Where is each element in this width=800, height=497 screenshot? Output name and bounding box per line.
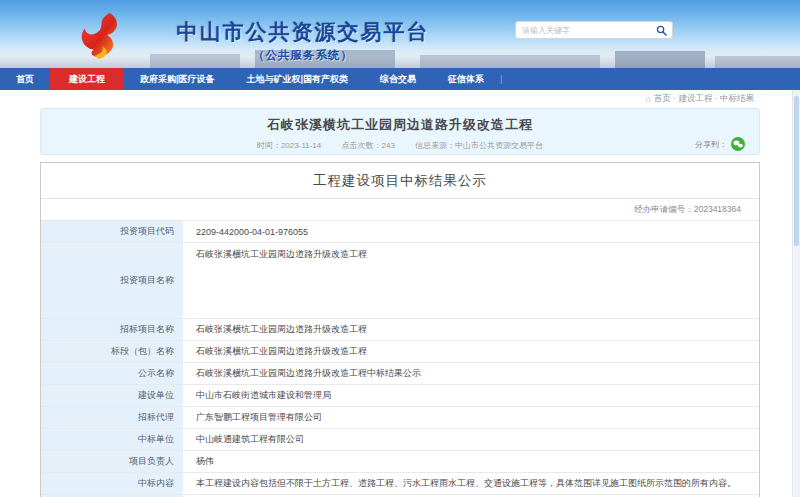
meta-clicks-label: 点击次数： [341, 141, 381, 150]
nav-item-3[interactable]: 政府采购|医疗设备 [124, 68, 231, 90]
field-value: 中山岐通建筑工程有限公司 [183, 429, 759, 451]
nav-item-6[interactable]: 征信体系 [432, 68, 500, 90]
meta-clicks-value: 243 [381, 141, 394, 150]
wechat-share-icon[interactable] [731, 137, 745, 151]
field-label: 公示名称 [41, 363, 183, 385]
nav-item-1[interactable]: 首页 [0, 68, 50, 90]
field-label: 投资项目名称 [41, 243, 183, 319]
meta-source-value: 中山市公共资源交易平台 [455, 141, 543, 150]
field-value: 中山市石岐街道城市建设和管理局 [183, 385, 759, 407]
site-brand: 中山市公共资源交易平台 （公共服务系统） [158, 18, 448, 63]
meta-source-label: 信息来源： [415, 141, 455, 150]
notice-title: 工程建设项目中标结果公示 [41, 163, 759, 199]
nav-item-2[interactable]: 建设工程 [50, 68, 124, 90]
table-row: 建设单位 中山市石岐街道城市建设和管理局 [41, 385, 759, 407]
site-subtitle: （公共服务系统） [158, 48, 448, 63]
field-label: 中标单位 [41, 429, 183, 451]
site-header: 中山市公共资源交易平台 （公共服务系统） [0, 0, 800, 68]
apply-no-label: 经办申请编号： [634, 204, 694, 214]
table-row: 标段（包）名称 石岐张溪横坑工业园周边道路升级改造工程 [41, 341, 759, 363]
meta-time-value: 2023-11-14 [281, 141, 321, 150]
field-value: 石岐张溪横坑工业园周边道路升级改造工程中标结果公示 [183, 363, 759, 385]
table-row: 中标内容 本工程建设内容包括但不限于土方工程、道路工程、污水工程雨水工程、交通设… [41, 473, 759, 495]
apply-no: 经办申请编号：2023418364 [41, 199, 759, 220]
field-label: 项目负责人 [41, 451, 183, 473]
field-value: 本工程建设内容包括但不限于土方工程、道路工程、污水工程雨水工程、交通设施工程等，… [183, 473, 759, 495]
field-label: 招标项目名称 [41, 319, 183, 341]
field-value: 石岐张溪横坑工业园周边道路升级改造工程 [183, 341, 759, 363]
table-row: 招标项目名称 石岐张溪横坑工业园周边道路升级改造工程 [41, 319, 759, 341]
breadcrumb[interactable]: ⌂ 首页 · 建设工程 · 中标结果 [0, 90, 800, 107]
site-title: 中山市公共资源交易平台 [158, 18, 448, 46]
field-value: 2209-442000-04-01-976055 [183, 221, 759, 243]
field-label: 投资项目代码 [41, 221, 183, 243]
home-icon: ⌂ [645, 94, 650, 104]
field-value: 石岐张溪横坑工业园周边道路升级改造工程 [183, 319, 759, 341]
field-label: 建设单位 [41, 385, 183, 407]
article-title: 石岐张溪横坑工业园周边道路升级改造工程 [41, 116, 759, 134]
meta-time-label: 时间： [257, 141, 281, 150]
article-meta: 时间：2023-11-14 点击次数：243 信息来源：中山市公共资源交易平台 [41, 140, 759, 151]
field-value: 广东智鹏工程项目管理有限公司 [183, 407, 759, 429]
building-silhouette [715, 56, 800, 68]
table-row: 投资项目名称 石岐张溪横坑工业园周边道路升级改造工程 [41, 243, 759, 319]
share-label: 分享到： [695, 139, 727, 150]
nav-item-4[interactable]: 土地与矿业权|国有产权类 [231, 68, 365, 90]
table-row: 招标代理 广东智鹏工程项目管理有限公司 [41, 407, 759, 429]
share-row: 分享到： [695, 137, 745, 151]
field-value: 石岐张溪横坑工业园周边道路升级改造工程 [183, 243, 759, 319]
main-nav: 首页 建设工程 政府采购|医疗设备 土地与矿业权|国有产权类 综合交易 征信体系… [0, 68, 800, 90]
site-logo-flame-icon [76, 12, 134, 64]
page: 中山市公共资源交易平台 （公共服务系统） 首页 建设工程 政府采购|医疗设备 土… [0, 0, 800, 497]
table-row: 项目负责人 杨伟 [41, 451, 759, 473]
article-header-box: 石岐张溪横坑工业园周边道路升级改造工程 时间：2023-11-14 点击次数：2… [40, 108, 760, 155]
table-row: 中标单位 中山岐通建筑工程有限公司 [41, 429, 759, 451]
breadcrumb-text: 首页 · 建设工程 · 中标结果 [654, 93, 754, 105]
apply-no-value: 2023418364 [694, 204, 741, 214]
search-icon[interactable] [654, 23, 668, 37]
building-silhouette [615, 51, 705, 68]
fields-table: 投资项目代码 2209-442000-04-01-976055 投资项目名称 石… [41, 220, 759, 497]
vertical-scrollbar[interactable] [792, 90, 800, 497]
notice-box: 工程建设项目中标结果公示 经办申请编号：2023418364 投资项目代码 22… [40, 162, 760, 497]
field-label: 中标内容 [41, 473, 183, 495]
nav-divider: | [500, 68, 502, 90]
table-row: 投资项目代码 2209-442000-04-01-976055 [41, 221, 759, 243]
search-input[interactable] [522, 26, 654, 35]
nav-item-5[interactable]: 综合交易 [364, 68, 432, 90]
scrollbar-thumb[interactable] [794, 96, 799, 246]
search-box[interactable] [515, 21, 673, 39]
field-label: 标段（包）名称 [41, 341, 183, 363]
table-row: 公示名称 石岐张溪横坑工业园周边道路升级改造工程中标结果公示 [41, 363, 759, 385]
field-value: 杨伟 [183, 451, 759, 473]
field-label: 招标代理 [41, 407, 183, 429]
